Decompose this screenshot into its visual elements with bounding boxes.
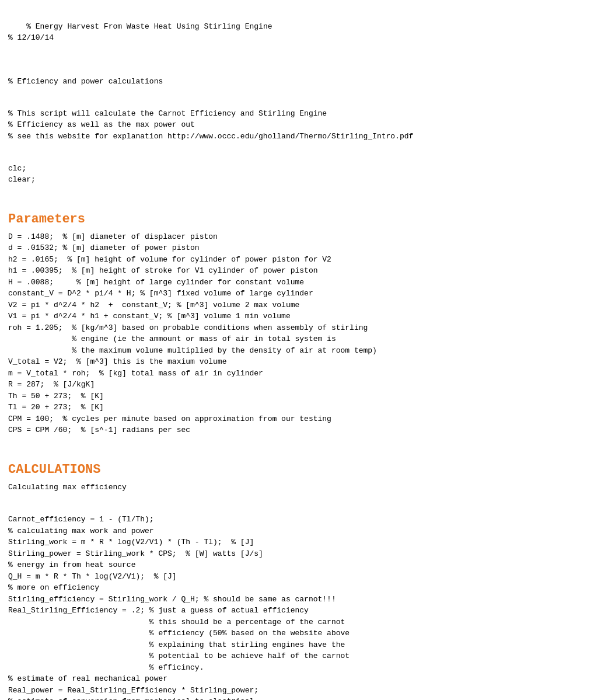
description-comments: % This script will calculate the Carnot … xyxy=(8,108,593,142)
header-line1: % Energy Harvest From Waste Heat Using S… xyxy=(26,22,272,31)
blank-line-1 xyxy=(8,60,593,71)
parameters-code: D = .1488; % [m] diameter of displacer p… xyxy=(8,231,593,436)
calculations-heading: CALCULATIONS xyxy=(8,461,593,479)
calculations-code: Carnot_efficiency = 1 - (Tl/Th); % calcu… xyxy=(8,514,593,700)
parameters-heading: Parameters xyxy=(8,211,593,229)
header-line2: % 12/10/14 xyxy=(8,33,54,42)
blank-line-6 xyxy=(8,498,593,510)
blank-line-3 xyxy=(8,147,593,158)
init-code: clc; clear; xyxy=(8,163,593,186)
calculations-subheading: Calculating max efficiency xyxy=(8,482,593,493)
header-comments: % Energy Harvest From Waste Heat Using S… xyxy=(8,9,593,55)
code-editor: % Energy Harvest From Waste Heat Using S… xyxy=(8,9,593,700)
blank-line-2 xyxy=(8,92,593,103)
intro-comment: % Eficiency and power calculations xyxy=(8,76,593,88)
blank-line-4 xyxy=(8,190,593,202)
blank-line-5 xyxy=(8,441,593,452)
